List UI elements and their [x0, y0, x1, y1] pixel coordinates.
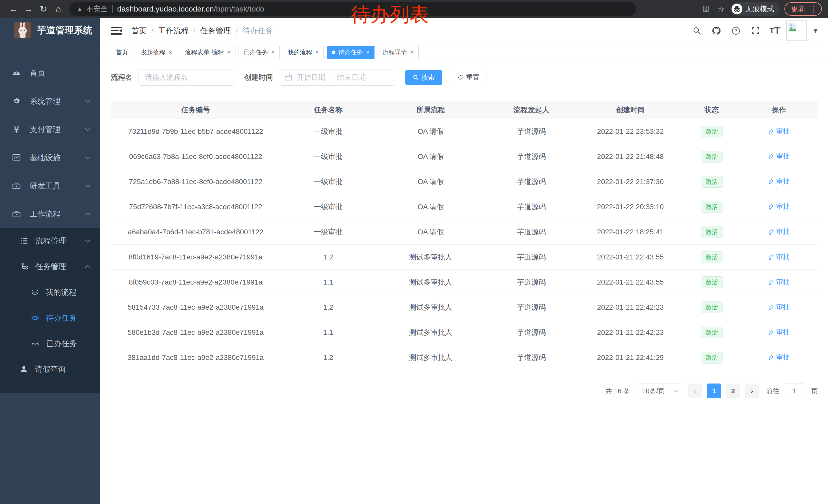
- font-size-icon[interactable]: TT: [767, 23, 783, 39]
- browser-reload-icon[interactable]: ↻: [36, 2, 51, 16]
- tab-4[interactable]: 已办任务×: [239, 46, 280, 59]
- tab-close-icon[interactable]: ×: [227, 49, 231, 56]
- table-row: 75d72608-7b7f-11ec-a3c8-acde48001122一级审批…: [111, 194, 818, 220]
- help-icon[interactable]: ?: [728, 23, 744, 39]
- cell-create-time: 2022-01-21 22:41:29: [577, 354, 683, 362]
- browser-back-icon[interactable]: ←: [6, 2, 21, 16]
- browser-home-icon[interactable]: ⌂: [51, 2, 66, 16]
- approve-link[interactable]: 审批: [768, 303, 790, 312]
- approve-link[interactable]: 审批: [768, 202, 790, 211]
- sidebar-item-process-management[interactable]: 流程管理: [0, 228, 100, 254]
- cell-create-time: 2022-01-22 20:33:10: [577, 203, 683, 211]
- process-name-input[interactable]: 请输入流程名: [138, 69, 234, 86]
- search-icon[interactable]: [689, 23, 705, 39]
- dashboard-icon: [10, 69, 23, 78]
- breadcrumb-current: 待办任务: [242, 26, 273, 36]
- tab-2[interactable]: 发起流程×: [136, 46, 177, 59]
- sidebar-item-my-process[interactable]: 我的流程: [0, 279, 100, 305]
- sidebar-item-label: 请假查询: [35, 364, 66, 374]
- tab-label: 发起流程: [141, 48, 165, 56]
- cell-actions: 审批: [740, 353, 818, 362]
- sidebar-item-done-tasks[interactable]: 已办任务: [0, 331, 100, 356]
- page-button-1[interactable]: 1: [707, 383, 721, 398]
- sidebar-item-infrastructure[interactable]: 基础设施: [0, 144, 100, 172]
- col-actions: 操作: [740, 105, 818, 115]
- tab-5[interactable]: 我的流程×: [283, 46, 324, 59]
- next-page-button[interactable]: ›: [745, 383, 759, 398]
- sidebar-item-home[interactable]: 首页: [0, 59, 100, 87]
- app-logo[interactable]: 芋道管理系统: [0, 18, 100, 43]
- chevron-up-icon: [85, 265, 91, 268]
- tab-7[interactable]: 流程详情×: [378, 46, 419, 59]
- sidebar-item-payment[interactable]: ¥ 支付管理: [0, 116, 100, 144]
- breadcrumb-workflow[interactable]: 工作流程: [158, 26, 189, 36]
- approve-link[interactable]: 审批: [768, 227, 790, 236]
- tab-1[interactable]: 首页: [111, 46, 133, 59]
- cell-create-time: 2022-01-21 22:43:55: [577, 253, 683, 261]
- bookmark-star-icon[interactable]: ☆: [715, 5, 728, 13]
- breadcrumb: 首页 / 工作流程 / 任务管理 / 待办任务: [131, 26, 273, 36]
- cell-starter: 芋道源码: [486, 127, 577, 136]
- sidebar-item-todo-tasks[interactable]: 待办任务: [0, 305, 100, 331]
- table-header-row: 任务编号 任务名称 所属流程 流程发起人 创建时间 状态 操作: [111, 101, 818, 119]
- header-actions: ? TT ▼: [689, 20, 819, 41]
- page-button-2[interactable]: 2: [726, 383, 740, 398]
- tab-close-icon[interactable]: ×: [315, 49, 319, 56]
- date-range-picker[interactable]: 开始日期 - 结束日期: [279, 69, 395, 86]
- approve-link[interactable]: 审批: [768, 177, 790, 186]
- tab-6[interactable]: 待办任务×: [327, 46, 374, 59]
- incognito-badge: 无痕模式: [730, 2, 780, 16]
- red-annotation-todo-list: 待办列表: [351, 3, 429, 26]
- gear-icon: [10, 97, 23, 106]
- password-key-icon[interactable]: ⚿: [699, 5, 713, 13]
- cell-task-name: 1.2: [280, 354, 376, 362]
- cell-task-name: 1.2: [280, 303, 376, 312]
- cell-task-id: 725a1eb6-7b88-11ec-8ef0-acde48001122: [111, 178, 280, 186]
- table-row: 8f059c03-7ac8-11ec-a9e2-a2380e71991a1.1测…: [111, 270, 818, 295]
- prev-page-button[interactable]: ‹: [688, 383, 702, 398]
- not-secure-label[interactable]: 不安全: [86, 4, 108, 14]
- approve-link[interactable]: 审批: [768, 127, 790, 136]
- github-icon[interactable]: [708, 23, 724, 39]
- search-button[interactable]: 搜索: [405, 70, 442, 85]
- goto-page-input[interactable]: 1: [784, 383, 804, 398]
- table-row: 725a1eb6-7b88-11ec-8ef0-acde48001122一级审批…: [111, 169, 818, 194]
- page-size-select[interactable]: 10条/页: [637, 383, 683, 398]
- sidebar-item-system[interactable]: 系统管理: [0, 87, 100, 116]
- approve-link[interactable]: 审批: [768, 353, 790, 362]
- fullscreen-icon[interactable]: [747, 23, 763, 39]
- table-row: 381aa1dd-7ac8-11ec-a9e2-a2380e71991a1.2测…: [111, 345, 818, 370]
- browser-update-button[interactable]: 更新 ⋮: [784, 2, 822, 16]
- cell-task-name: 1.1: [280, 278, 376, 286]
- table-row: 73211d9d-7b9b-11ec-b5b7-acde48001122一级审批…: [111, 119, 818, 144]
- browser-forward-icon[interactable]: →: [21, 2, 36, 16]
- approve-link[interactable]: 审批: [768, 252, 790, 261]
- tab-3[interactable]: 流程表单-编辑×: [180, 46, 236, 59]
- approve-link[interactable]: 审批: [768, 277, 790, 286]
- approve-link[interactable]: 审批: [768, 152, 790, 161]
- process-name-label: 流程名: [111, 73, 132, 82]
- person-face-icon: [31, 288, 39, 296]
- approve-link[interactable]: 审批: [768, 328, 790, 336]
- tab-close-icon[interactable]: ×: [410, 49, 414, 56]
- cell-create-time: 2022-01-22 21:37:30: [577, 178, 683, 186]
- sidebar-item-dev-tools[interactable]: 研发工具: [0, 172, 100, 200]
- sidebar-item-workflow[interactable]: 工作流程: [0, 200, 100, 228]
- tab-close-icon[interactable]: ×: [271, 49, 275, 56]
- pagination: 共 16 条 10条/页 ‹ 1 2 › 前往 1 页: [100, 383, 818, 398]
- cell-starter: 芋道源码: [486, 353, 577, 363]
- user-dropdown-caret-icon[interactable]: ▼: [812, 27, 819, 35]
- reset-button[interactable]: 重置: [450, 70, 487, 85]
- browser-menu-dots-icon[interactable]: ⋮: [810, 5, 817, 13]
- app-header: 首页 / 工作流程 / 任务管理 / 待办任务 ?: [100, 18, 828, 44]
- tab-close-icon[interactable]: ×: [169, 49, 172, 56]
- breadcrumb-home[interactable]: 首页: [131, 26, 147, 36]
- sidebar-item-task-management[interactable]: 任务管理: [0, 254, 100, 279]
- avatar[interactable]: [786, 20, 807, 41]
- tab-close-icon[interactable]: ×: [366, 49, 370, 56]
- breadcrumb-task-management[interactable]: 任务管理: [200, 26, 231, 36]
- sidebar-collapse-icon[interactable]: [111, 26, 122, 36]
- active-tab-dot: [332, 50, 335, 54]
- url-host: dashboard.yudao.iocoder.cn: [117, 5, 214, 13]
- sidebar-item-leave-query[interactable]: 请假查询: [0, 356, 100, 382]
